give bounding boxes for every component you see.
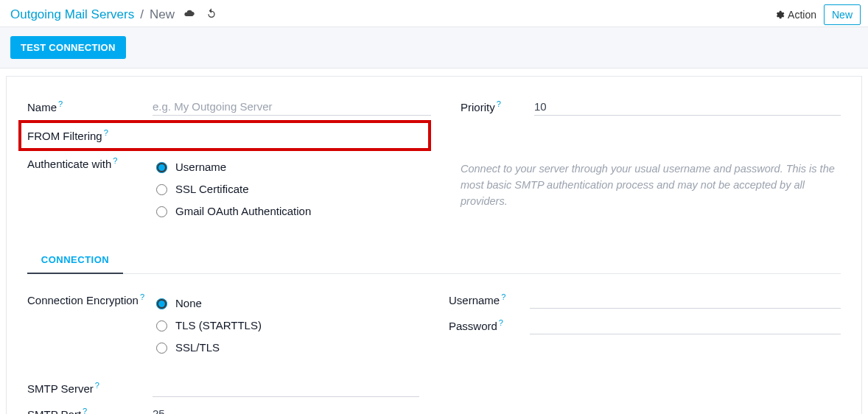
username-input[interactable] [530, 292, 841, 309]
cloud-save-icon[interactable] [183, 7, 195, 23]
row-name: Name? [27, 94, 431, 120]
label-connection-encryption: Connection Encryption [27, 294, 139, 306]
help-authenticate-with[interactable]: ? [113, 156, 117, 165]
smtp-port-input[interactable] [153, 406, 419, 414]
enc-option-tls[interactable]: TLS (STARTTLS) [153, 314, 419, 336]
breadcrumb-current: New [150, 7, 175, 22]
enc-radio-ssl[interactable] [156, 343, 167, 354]
help-password[interactable]: ? [499, 318, 503, 327]
label-from-filtering: FROM Filtering [27, 130, 102, 142]
label-priority: Priority [461, 101, 495, 113]
breadcrumb: Outgoing Mail Servers / New [10, 7, 217, 23]
auth-option-username-label: Username [175, 161, 226, 173]
label-authenticate-with: Authenticate with [27, 158, 111, 170]
auth-option-gmail-oauth-label: Gmail OAuth Authentication [175, 205, 311, 217]
help-priority[interactable]: ? [497, 99, 501, 108]
auth-radio-username[interactable] [156, 162, 167, 173]
enc-radio-tls[interactable] [156, 320, 167, 331]
tabs: CONNECTION [27, 247, 841, 274]
discard-icon[interactable] [206, 7, 217, 23]
help-smtp-server[interactable]: ? [95, 381, 99, 390]
auth-help-text: Connect to your server through your usua… [461, 161, 841, 209]
help-username[interactable]: ? [501, 292, 505, 301]
auth-radio-gmail-oauth[interactable] [156, 206, 167, 217]
row-smtp-port: SMTP Port? [27, 401, 419, 414]
auth-radio-ssl-cert[interactable] [156, 184, 167, 195]
row-authenticate-with: Authenticate with? Username SSL Certific… [27, 151, 431, 226]
highlight-from-filtering: FROM Filtering? [18, 120, 431, 151]
test-connection-button[interactable]: TEST CONNECTION [10, 36, 126, 59]
auth-option-gmail-oauth[interactable]: Gmail OAuth Authentication [153, 200, 431, 222]
row-username: Username? [449, 287, 841, 313]
auth-option-username[interactable]: Username [153, 155, 431, 178]
label-name: Name [27, 101, 57, 113]
row-priority: Priority? [461, 94, 841, 120]
help-from-filtering[interactable]: ? [104, 128, 108, 137]
row-smtp-server: SMTP Server? [27, 376, 419, 401]
enc-option-tls-label: TLS (STARTTLS) [175, 319, 262, 331]
action-menu-label: Action [788, 9, 816, 21]
gear-icon [774, 10, 785, 20]
topbar: Outgoing Mail Servers / New Action New [0, 0, 868, 27]
new-button[interactable]: New [824, 4, 861, 25]
auth-option-ssl-cert-label: SSL Certificate [175, 183, 249, 195]
help-name[interactable]: ? [58, 99, 63, 108]
breadcrumb-root[interactable]: Outgoing Mail Servers [10, 7, 134, 22]
help-smtp-port[interactable]: ? [83, 407, 87, 414]
breadcrumb-sep: / [140, 7, 144, 22]
form-sheet: Name? FROM Filtering? Authenticate with? [6, 76, 862, 414]
help-connection-encryption[interactable]: ? [140, 292, 144, 301]
name-input[interactable] [153, 99, 431, 116]
password-input[interactable] [530, 317, 841, 334]
enc-option-none[interactable]: None [153, 292, 419, 314]
row-password: Password? [449, 313, 841, 339]
auth-option-ssl-cert[interactable]: SSL Certificate [153, 178, 431, 200]
topbar-right: Action New [774, 4, 861, 25]
label-smtp-server: SMTP Server [27, 382, 94, 395]
enc-option-none-label: None [175, 297, 202, 309]
enc-radio-none[interactable] [156, 298, 167, 309]
enc-option-ssl[interactable]: SSL/TLS [153, 336, 419, 358]
label-username: Username [449, 294, 500, 306]
action-menu[interactable]: Action [774, 9, 816, 21]
enc-option-ssl-label: SSL/TLS [175, 341, 220, 354]
label-smtp-port: SMTP Port [27, 408, 81, 414]
label-password: Password [449, 320, 497, 332]
row-connection-encryption: Connection Encryption? None TLS (STARTTL… [27, 287, 419, 362]
smtp-server-input[interactable] [153, 380, 419, 397]
action-bar: TEST CONNECTION [0, 27, 868, 69]
tab-connection[interactable]: CONNECTION [27, 247, 123, 274]
priority-input[interactable] [534, 99, 841, 116]
